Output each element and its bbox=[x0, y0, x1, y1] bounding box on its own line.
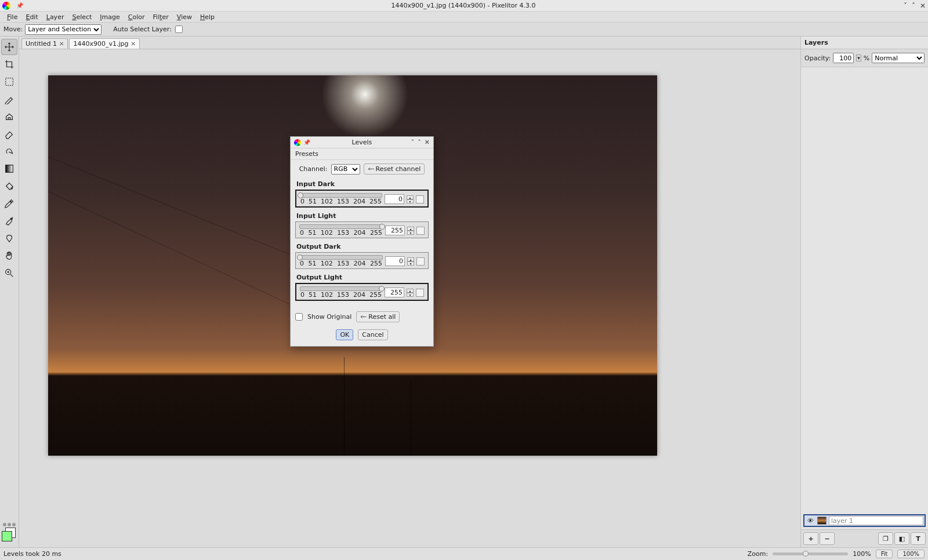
channel-select[interactable]: RGB bbox=[331, 164, 360, 174]
menu-filter[interactable]: Filter bbox=[150, 12, 172, 22]
slider-label: Input Dark bbox=[295, 179, 429, 190]
spin-up[interactable]: ▴ bbox=[407, 257, 414, 261]
slider-value-input[interactable]: 0 bbox=[385, 194, 404, 204]
spin-up[interactable]: ▴ bbox=[407, 227, 414, 231]
pin-icon[interactable]: 📌 bbox=[16, 2, 23, 9]
slider-value-input[interactable]: 255 bbox=[385, 226, 405, 235]
menu-color[interactable]: Color bbox=[125, 12, 148, 22]
maximize-button[interactable]: ˄ bbox=[912, 2, 915, 10]
layer-list[interactable]: 👁 layer 1 bbox=[801, 67, 928, 529]
dialog-maximize-button[interactable]: ˄ bbox=[418, 139, 421, 146]
blend-mode-select[interactable]: Normal bbox=[872, 53, 925, 63]
layer-item[interactable]: 👁 layer 1 bbox=[803, 514, 926, 527]
lock-checkbox[interactable] bbox=[416, 195, 424, 203]
close-button[interactable]: ✕ bbox=[920, 2, 926, 10]
slider-thumb[interactable] bbox=[297, 254, 303, 260]
move-tool[interactable] bbox=[1, 39, 17, 55]
slider-thumb[interactable] bbox=[379, 286, 385, 292]
opacity-label: Opacity: bbox=[804, 54, 831, 62]
spin-up[interactable]: ▴ bbox=[407, 289, 414, 293]
menu-help[interactable]: Help bbox=[197, 12, 218, 22]
menu-layer[interactable]: Layer bbox=[43, 12, 68, 22]
channel-label: Channel: bbox=[299, 165, 328, 173]
layer-name-field[interactable]: layer 1 bbox=[829, 516, 923, 525]
slider-track[interactable] bbox=[299, 255, 383, 260]
layers-panel: Layers Opacity: ▾ % Normal 👁 layer 1 + −… bbox=[800, 37, 928, 547]
slider-value-input[interactable]: 255 bbox=[385, 288, 404, 297]
slider-thumb[interactable] bbox=[379, 224, 385, 230]
minimize-button[interactable]: ˅ bbox=[904, 2, 907, 10]
image-content bbox=[332, 357, 356, 456]
menu-image[interactable]: Image bbox=[96, 12, 123, 22]
fg-color-swatch[interactable] bbox=[2, 531, 12, 541]
lock-checkbox[interactable] bbox=[416, 227, 425, 235]
show-original-label: Show Original bbox=[307, 313, 351, 321]
color-swatches[interactable] bbox=[2, 528, 17, 543]
opacity-dropdown-button[interactable]: ▾ bbox=[856, 54, 861, 61]
hand-tool[interactable] bbox=[1, 248, 17, 264]
shapes-tool[interactable] bbox=[1, 230, 17, 246]
auto-select-label: Auto Select Layer: bbox=[113, 26, 172, 33]
spin-down[interactable]: ▾ bbox=[407, 199, 414, 203]
text-layer-button[interactable]: T bbox=[911, 532, 926, 545]
gradient-tool[interactable] bbox=[1, 161, 17, 177]
dialog-minimize-button[interactable]: ˅ bbox=[411, 139, 415, 146]
close-icon[interactable]: ✕ bbox=[59, 41, 64, 47]
slider-thumb[interactable] bbox=[298, 192, 303, 198]
zoom-fit-button[interactable]: Fit bbox=[876, 550, 893, 558]
rect-select-tool[interactable] bbox=[1, 74, 17, 90]
dialog-titlebar[interactable]: 📌 Levels ˅ ˄ ✕ bbox=[291, 137, 433, 148]
slider-label: Input Light bbox=[295, 211, 429, 221]
cancel-button[interactable]: Cancel bbox=[358, 329, 387, 340]
spin-down[interactable]: ▾ bbox=[407, 231, 414, 235]
spin-down[interactable]: ▾ bbox=[407, 261, 414, 266]
brush-tool[interactable] bbox=[1, 91, 17, 107]
add-layer-button[interactable]: + bbox=[803, 532, 818, 545]
reset-all-button[interactable]: 🡐 Reset all bbox=[356, 311, 400, 322]
presets-menu[interactable]: Presets bbox=[291, 148, 433, 160]
show-original-checkbox[interactable] bbox=[295, 313, 303, 321]
slider-track[interactable] bbox=[299, 224, 383, 229]
zoom-slider[interactable] bbox=[773, 552, 848, 555]
opacity-input[interactable] bbox=[833, 53, 854, 63]
ok-button[interactable]: OK bbox=[336, 329, 353, 340]
menu-view[interactable]: View bbox=[173, 12, 195, 22]
tab-label: 1440x900_v1.jpg bbox=[73, 40, 128, 48]
auto-select-checkbox[interactable] bbox=[175, 26, 183, 33]
status-bar: Levels took 20 ms Zoom: 100% Fit 100% bbox=[0, 547, 928, 560]
spin-down[interactable]: ▾ bbox=[407, 293, 414, 297]
slider-track[interactable] bbox=[300, 193, 382, 198]
menu-select[interactable]: Select bbox=[68, 12, 95, 22]
spin-up[interactable]: ▴ bbox=[407, 195, 414, 199]
pen-tool[interactable] bbox=[1, 213, 17, 229]
pin-icon[interactable]: 📌 bbox=[303, 139, 310, 146]
delete-layer-button[interactable]: − bbox=[820, 532, 835, 545]
mask-button[interactable]: ◧ bbox=[894, 532, 909, 545]
tab-untitled[interactable]: Untitled 1 ✕ bbox=[21, 38, 68, 49]
eraser-tool[interactable] bbox=[1, 126, 17, 142]
reset-channel-button[interactable]: 🡐 Reset channel bbox=[364, 163, 425, 174]
picker-tool[interactable] bbox=[1, 195, 17, 212]
slider-box: 0511021532042550▴▾ bbox=[295, 190, 429, 208]
dialog-title: Levels bbox=[313, 139, 411, 146]
lock-checkbox[interactable] bbox=[416, 257, 425, 266]
move-mode-select[interactable]: Layer and Selection bbox=[25, 24, 102, 35]
zoom-tool[interactable] bbox=[1, 265, 17, 281]
crop-tool[interactable] bbox=[1, 56, 17, 72]
slider-track[interactable] bbox=[300, 286, 382, 291]
visibility-icon[interactable]: 👁 bbox=[806, 516, 815, 525]
close-icon[interactable]: ✕ bbox=[130, 41, 135, 47]
levels-dialog: 📌 Levels ˅ ˄ ✕ Presets Channel: RGB 🡐 Re… bbox=[290, 136, 434, 347]
clone-tool[interactable] bbox=[1, 108, 17, 125]
bucket-tool[interactable] bbox=[1, 178, 17, 194]
menu-file[interactable]: File bbox=[3, 12, 21, 22]
dialog-close-button[interactable]: ✕ bbox=[425, 139, 430, 146]
menu-edit[interactable]: Edit bbox=[22, 12, 41, 22]
smudge-tool[interactable] bbox=[1, 143, 17, 159]
tab-image[interactable]: 1440x900_v1.jpg ✕ bbox=[69, 38, 139, 49]
slider-value-input[interactable]: 0 bbox=[385, 256, 405, 266]
zoom-100-button[interactable]: 100% bbox=[897, 550, 925, 558]
lock-checkbox[interactable] bbox=[416, 289, 424, 297]
menubar: File Edit Layer Select Image Color Filte… bbox=[0, 12, 928, 23]
duplicate-layer-button[interactable]: ❐ bbox=[878, 532, 893, 545]
